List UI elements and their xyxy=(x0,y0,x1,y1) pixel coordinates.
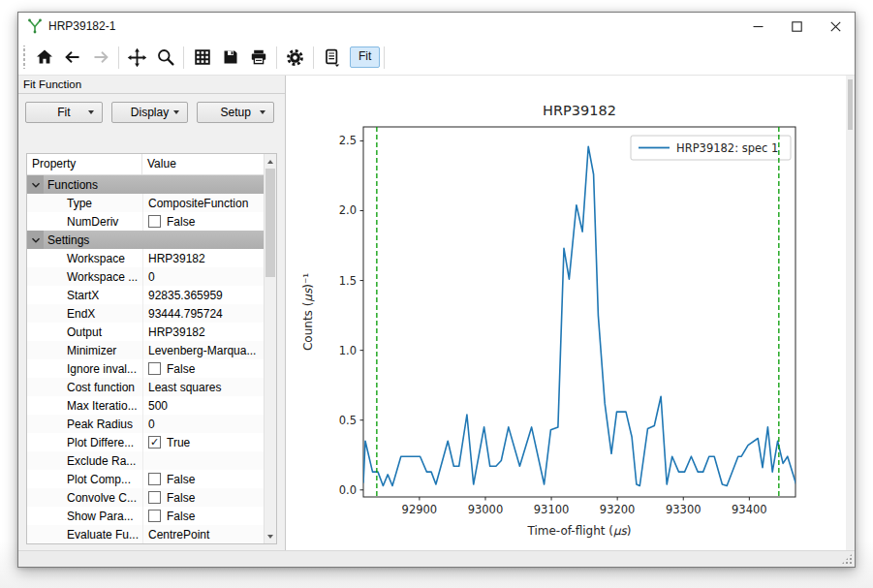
maximize-icon xyxy=(792,21,802,32)
property-value[interactable]: CentrePoint xyxy=(142,525,264,543)
property-row[interactable]: Evaluate Fu...CentrePoint xyxy=(27,525,264,543)
property-value[interactable]: Levenberg-Marqua... xyxy=(142,341,264,359)
property-value[interactable]: 500 xyxy=(142,396,264,415)
plot-scrollbar-thumb[interactable] xyxy=(848,79,853,130)
property-group-row[interactable]: Functions xyxy=(27,175,264,194)
print-button[interactable] xyxy=(244,44,272,72)
property-value[interactable]: HRP39182 xyxy=(142,323,264,341)
property-row[interactable]: StartX92835.365959 xyxy=(27,286,264,304)
zoom-button[interactable] xyxy=(151,44,179,72)
property-value[interactable]: False xyxy=(142,488,264,507)
svg-text:93100: 93100 xyxy=(534,503,570,516)
toolbar-separator xyxy=(313,46,314,69)
minimize-button[interactable] xyxy=(738,13,777,40)
checkbox-label: False xyxy=(167,491,195,505)
scroll-down-button[interactable] xyxy=(265,529,276,543)
checkbox-label: False xyxy=(167,510,195,523)
property-value[interactable]: False xyxy=(142,212,264,231)
home-icon xyxy=(35,47,54,67)
svg-text:93000: 93000 xyxy=(468,503,504,516)
property-value[interactable]: 92835.365959 xyxy=(142,286,264,304)
plot-panel-scrollbar[interactable] xyxy=(846,76,855,550)
checkbox-checked[interactable]: ✓ xyxy=(148,436,161,449)
property-group-row[interactable]: Settings xyxy=(27,231,264,249)
property-value[interactable]: False xyxy=(142,507,264,525)
checkbox-unchecked[interactable] xyxy=(148,215,161,228)
chevron-down-icon xyxy=(260,110,265,114)
property-value[interactable]: HRP39182 xyxy=(142,249,264,267)
checkbox-unchecked[interactable] xyxy=(148,491,161,504)
property-row[interactable]: Ignore inval...False xyxy=(27,359,264,378)
property-value[interactable]: False xyxy=(142,470,264,488)
property-value[interactable]: 0 xyxy=(142,267,264,286)
plot-canvas[interactable]: HRP391829290093000931009320093300934000.… xyxy=(287,85,847,548)
scrollbar-thumb[interactable] xyxy=(265,169,275,277)
generate-script-button[interactable] xyxy=(318,44,346,72)
property-row[interactable]: OutputHRP39182 xyxy=(27,323,264,341)
checkbox-unchecked[interactable] xyxy=(148,473,161,485)
setup-menu-button[interactable]: Setup xyxy=(197,102,274,123)
property-row[interactable]: Max Iteratio...500 xyxy=(27,396,264,415)
pan-button[interactable] xyxy=(123,44,151,72)
toolbar-drag-handle[interactable] xyxy=(21,46,26,69)
property-row[interactable]: Convolve C...False xyxy=(27,488,264,507)
property-value[interactable]: 0 xyxy=(142,415,264,433)
checkbox-unchecked[interactable] xyxy=(148,362,161,375)
property-row[interactable]: Exclude Ra... xyxy=(27,451,264,470)
save-icon xyxy=(221,47,240,67)
property-row[interactable]: Plot Comp...False xyxy=(27,470,264,488)
property-row[interactable]: Show Para...False xyxy=(27,507,264,525)
close-button[interactable] xyxy=(816,13,855,40)
property-row[interactable]: Cost functionLeast squares xyxy=(27,378,264,396)
property-value[interactable]: CompositeFunction xyxy=(142,194,264,212)
collapse-chevron[interactable] xyxy=(27,231,44,249)
property-row[interactable]: Plot Differe...✓True xyxy=(27,433,264,451)
property-scrollbar[interactable] xyxy=(264,154,276,543)
titlebar[interactable]: HRP39182-1 xyxy=(18,13,855,40)
property-row[interactable]: Peak Radius0 xyxy=(27,415,264,433)
fit-menu-label: Fit xyxy=(57,106,70,119)
property-value[interactable]: Least squares xyxy=(142,378,264,396)
fit-toggle-button[interactable]: Fit xyxy=(350,46,380,68)
property-value[interactable] xyxy=(142,451,264,470)
property-name: Exclude Ra... xyxy=(27,454,142,468)
forward-button[interactable] xyxy=(86,44,114,72)
display-menu-button[interactable]: Display xyxy=(111,102,189,123)
svg-text:93200: 93200 xyxy=(600,503,636,516)
property-row[interactable]: MinimizerLevenberg-Marqua... xyxy=(27,341,264,359)
property-name: NumDeriv xyxy=(27,215,142,229)
property-row[interactable]: Workspace ...0 xyxy=(27,267,264,286)
back-button[interactable] xyxy=(58,44,86,72)
property-value[interactable]: False xyxy=(142,359,264,378)
plot-panel: HRP391829290093000931009320093300934000.… xyxy=(286,76,855,550)
group-name: Functions xyxy=(44,178,98,192)
svg-text:1.0: 1.0 xyxy=(339,344,357,357)
svg-text:93300: 93300 xyxy=(666,503,702,516)
print-icon xyxy=(249,47,268,67)
grid-button[interactable] xyxy=(188,44,216,72)
maximize-button[interactable] xyxy=(777,13,816,40)
scroll-up-button[interactable] xyxy=(265,154,276,169)
resize-grip[interactable] xyxy=(841,553,853,565)
property-name: Workspace ... xyxy=(27,270,142,284)
customize-button[interactable] xyxy=(281,44,309,72)
generate-script-icon xyxy=(322,47,342,68)
checkbox-unchecked[interactable] xyxy=(148,510,161,522)
property-row[interactable]: TypeCompositeFunction xyxy=(27,194,264,212)
chevron-down-icon xyxy=(29,178,43,192)
property-value[interactable]: 93444.795724 xyxy=(142,304,264,323)
property-row[interactable]: EndX93444.795724 xyxy=(27,304,264,323)
fit-menu-button[interactable]: Fit xyxy=(25,102,103,123)
property-value[interactable]: ✓True xyxy=(142,433,264,451)
home-button[interactable] xyxy=(30,44,58,72)
triangle-up-icon xyxy=(267,160,273,164)
setup-menu-label: Setup xyxy=(221,106,251,119)
property-row[interactable]: NumDerivFalse xyxy=(27,212,264,231)
save-button[interactable] xyxy=(216,44,244,72)
svg-text:93400: 93400 xyxy=(732,503,767,516)
toolbar-separator xyxy=(276,46,277,69)
property-name: Output xyxy=(27,325,142,339)
chevron-down-icon xyxy=(29,233,43,247)
collapse-chevron[interactable] xyxy=(27,175,44,194)
property-row[interactable]: WorkspaceHRP39182 xyxy=(27,249,264,267)
